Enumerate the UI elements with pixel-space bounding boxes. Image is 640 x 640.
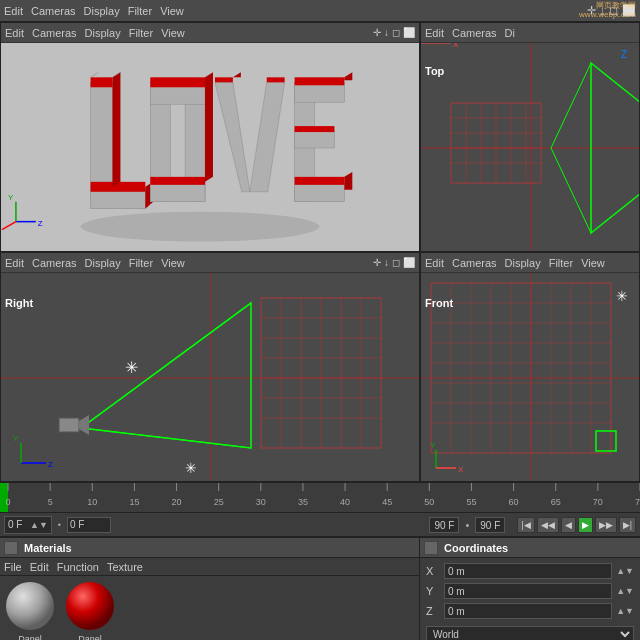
vp-top-toolbar: Edit Cameras Di	[421, 23, 639, 43]
menu-cameras[interactable]: Cameras	[31, 5, 76, 17]
viewport-right[interactable]: Edit Cameras Display Filter View ✛ ↓ ◻ ⬜	[0, 252, 420, 482]
svg-point-143	[6, 582, 54, 630]
viewport-top[interactable]: Edit Cameras Di	[420, 22, 640, 252]
svg-text:55: 55	[466, 497, 476, 507]
coord-z-arrow[interactable]: ▲▼	[616, 606, 634, 616]
vp-front-menu-view[interactable]: View	[581, 257, 605, 269]
svg-text:Y: Y	[13, 434, 19, 443]
vp-perspective-menu-cameras[interactable]: Cameras	[32, 27, 77, 39]
toolbar-icons: ✛ ↓ ◻ ⬜ 网页教学网 www.webjx.com	[587, 4, 637, 17]
svg-text:Right: Right	[5, 297, 33, 309]
svg-text:✳: ✳	[616, 288, 628, 304]
frame-input[interactable]	[67, 517, 111, 533]
vp-top-menu-di[interactable]: Di	[505, 27, 515, 39]
svg-marker-16	[205, 72, 213, 181]
vp-right-icon4[interactable]: ⬜	[403, 257, 415, 268]
svg-rect-28	[295, 126, 335, 132]
btn-next-frame[interactable]: ▶▶	[595, 517, 617, 533]
vp-perspective-menu-filter[interactable]: Filter	[129, 27, 153, 39]
btn-prev-key[interactable]: ◀◀	[537, 517, 559, 533]
vp-top-menu-cameras[interactable]: Cameras	[452, 27, 497, 39]
vp-perspective-icon3[interactable]: ◻	[392, 27, 400, 38]
coord-y-label: Y	[426, 585, 440, 597]
materials-menu-function[interactable]: Function	[57, 561, 99, 573]
svg-text:20: 20	[172, 497, 182, 507]
coords-mode-select[interactable]: World	[426, 626, 634, 640]
svg-text:60: 60	[509, 497, 519, 507]
svg-rect-4	[91, 77, 113, 87]
vp-front-toolbar: Edit Cameras Display Filter View	[421, 253, 639, 273]
materials-menu-file[interactable]: File	[4, 561, 22, 573]
vp-perspective-icon4[interactable]: ⬜	[403, 27, 415, 38]
coord-row-z: Z ▲▼	[426, 602, 634, 620]
vp-right-menu-edit[interactable]: Edit	[5, 257, 24, 269]
svg-text:Front: Front	[425, 297, 453, 309]
vp-perspective-content[interactable]: Z Y X	[1, 43, 419, 251]
vp-right-menu-cameras[interactable]: Cameras	[32, 257, 77, 269]
vp-front-svg: ✳ Front Y X	[421, 273, 639, 481]
coord-x-input[interactable]	[444, 563, 612, 579]
btn-to-end[interactable]: ▶|	[619, 517, 636, 533]
vp-perspective-menu-view[interactable]: View	[161, 27, 185, 39]
btn-play[interactable]: ▶	[578, 517, 593, 533]
menu-filter[interactable]: Filter	[128, 5, 152, 17]
vp-perspective-icon2[interactable]: ↓	[384, 27, 389, 38]
vp-right-menu-display[interactable]: Display	[85, 257, 121, 269]
svg-rect-83	[421, 273, 639, 481]
material-item-red[interactable]: Danel	[64, 580, 116, 640]
btn-to-start[interactable]: |◀	[517, 517, 534, 533]
materials-menu-texture[interactable]: Texture	[107, 561, 143, 573]
svg-text:X: X	[453, 43, 459, 49]
vp-right-content[interactable]: ✳ ✳ Z Y Right	[1, 273, 419, 481]
svg-rect-15	[150, 177, 205, 185]
vp-front-menu-display[interactable]: Display	[505, 257, 541, 269]
svg-text:15: 15	[129, 497, 139, 507]
vp-right-menu-view[interactable]: View	[161, 257, 185, 269]
vp-perspective-icon1[interactable]: ✛	[373, 27, 381, 38]
coord-z-label: Z	[426, 605, 440, 617]
coord-y-arrow[interactable]: ▲▼	[616, 586, 634, 596]
vp-right-icon2[interactable]: ↓	[384, 257, 389, 268]
svg-text:Y: Y	[430, 441, 436, 450]
svg-text:✳: ✳	[125, 359, 138, 376]
vp-top-content[interactable]: Z X Top	[421, 43, 639, 251]
vp-right-menu-filter[interactable]: Filter	[129, 257, 153, 269]
svg-rect-23	[295, 82, 345, 102]
coord-z-input[interactable]	[444, 603, 612, 619]
svg-point-144	[66, 582, 114, 630]
vp-front-menu-cameras[interactable]: Cameras	[452, 257, 497, 269]
vp-right-icon3[interactable]: ◻	[392, 257, 400, 268]
vp-front-menu-filter[interactable]: Filter	[549, 257, 573, 269]
top-toolbar: Edit Cameras Display Filter View ✛ ↓ ◻ ⬜…	[0, 0, 640, 22]
material-item-grey[interactable]: Danel	[4, 580, 56, 640]
vp-perspective-menu-display[interactable]: Display	[85, 27, 121, 39]
vp-perspective-menu-edit[interactable]: Edit	[5, 27, 24, 39]
svg-marker-20	[267, 77, 285, 82]
coord-y-input[interactable]	[444, 583, 612, 599]
frame-stepper-icon[interactable]: ▲▼	[30, 520, 48, 530]
menu-edit[interactable]: Edit	[4, 5, 23, 17]
svg-text:Z: Z	[38, 219, 43, 228]
coord-row-x: X ▲▼	[426, 562, 634, 580]
svg-marker-19	[215, 77, 233, 82]
timeline-container[interactable]: 051015202530354045505560657075	[0, 482, 640, 512]
materials-menu-edit[interactable]: Edit	[30, 561, 49, 573]
vp-front-content[interactable]: ✳ Front Y X	[421, 273, 639, 481]
svg-rect-62	[59, 418, 79, 432]
svg-text:✳: ✳	[185, 460, 197, 476]
coordinates-panel: Coordinates X ▲▼ Y ▲▼ Z ▲▼ Wor	[420, 538, 640, 640]
menu-view[interactable]: View	[160, 5, 184, 17]
materials-panel-header: Materials	[0, 538, 419, 558]
material-ball-grey	[4, 580, 56, 632]
vp-front-menu-edit[interactable]: Edit	[425, 257, 444, 269]
viewport-perspective[interactable]: Edit Cameras Display Filter View ✛ ↓ ◻ ⬜	[0, 22, 420, 252]
vp-top-menu-edit[interactable]: Edit	[425, 27, 444, 39]
btn-prev-frame[interactable]: ◀	[561, 517, 576, 533]
vp-right-icon1[interactable]: ✛	[373, 257, 381, 268]
coord-x-arrow[interactable]: ▲▼	[616, 566, 634, 576]
svg-text:70: 70	[593, 497, 603, 507]
svg-text:65: 65	[551, 497, 561, 507]
bottom-panels: Materials File Edit Function Texture	[0, 536, 640, 640]
viewport-front[interactable]: Edit Cameras Display Filter View	[420, 252, 640, 482]
menu-display[interactable]: Display	[84, 5, 120, 17]
